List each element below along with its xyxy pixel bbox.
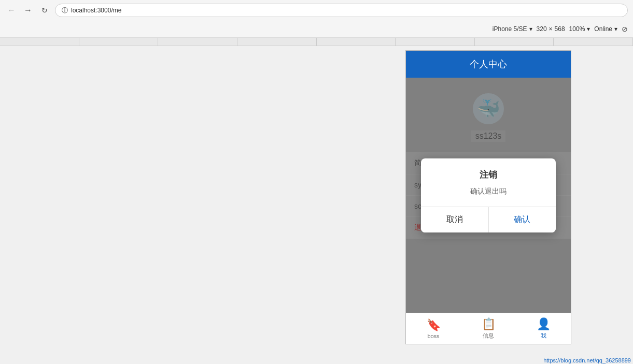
forward-button[interactable]: → [22,4,34,17]
zoom-selector[interactable]: 100% ▾ [569,25,590,33]
browser-toolbar: ← → ↻ ⓘ localhost:3000/me [0,0,633,21]
bar-segment-6 [396,38,475,46]
me-icon: 👤 [537,317,551,331]
modal-message: 确认退出吗 [421,185,556,207]
bar-segment-4 [237,38,317,46]
zoom-label: 100% [569,25,585,33]
devtools-bar: iPhone 5/SE ▾ 320 × 568 100% ▾ Online ▾ … [0,21,633,37]
bottom-nav: 🔖 boss 📋 信息 👤 我 [406,313,571,344]
bar-segment-8 [554,38,633,46]
app-header: 个人中心 [406,51,571,78]
modal-actions: 取消 确认 [421,207,556,232]
bar-segment-5 [317,38,396,46]
devtools-settings-button[interactable]: ⊘ [622,25,628,33]
info-icon: 📋 [482,317,496,331]
page-body: 个人中心 🐳 ss123s 简介 sy sc 退 注销 [0,46,633,364]
zoom-dropdown-icon: ▾ [587,25,590,33]
boss-icon: 🔖 [427,318,441,332]
mobile-frame: 个人中心 🐳 ss123s 简介 sy sc 退 注销 [405,50,571,344]
url-text: localhost:3000/me [71,7,121,14]
bar-segment-7 [475,38,554,46]
network-label: Online [594,25,612,33]
network-dropdown-icon: ▾ [614,25,617,33]
browser-chrome: ← → ↻ ⓘ localhost:3000/me iPhone 5/SE ▾ … [0,0,633,38]
height-value: 568 [555,25,565,33]
info-label: 信息 [483,332,494,340]
header-title: 个人中心 [470,59,507,69]
device-dropdown-icon: ▾ [529,25,532,33]
cross-symbol: × [549,25,553,33]
nav-item-info[interactable]: 📋 信息 [482,317,496,340]
device-selector[interactable]: iPhone 5/SE ▾ [493,25,532,33]
modal-title: 注销 [421,158,556,185]
network-selector[interactable]: Online ▾ [594,25,617,33]
bar-segment-2 [79,38,159,46]
bar-segment-3 [158,38,237,46]
modal-confirm-button[interactable]: 确认 [489,207,556,232]
responsive-bar [0,38,633,46]
width-value: 320 [537,25,547,33]
app-content: 🐳 ss123s 简介 sy sc 退 注销 确认退出吗 取消 [406,78,571,313]
refresh-button[interactable]: ↻ [38,4,51,17]
lock-icon: ⓘ [62,6,68,15]
dimensions-display: 320 × 568 [537,25,565,33]
address-bar[interactable]: ⓘ localhost:3000/me [55,4,628,17]
device-label: iPhone 5/SE [493,25,527,33]
boss-label: boss [427,333,439,339]
nav-item-me[interactable]: 👤 我 [537,317,551,340]
modal-cancel-button[interactable]: 取消 [421,207,489,232]
modal-overlay: 注销 确认退出吗 取消 确认 [406,78,571,313]
back-button[interactable]: ← [5,4,18,17]
footer-link: https://blog.csdn.net/qq_36258899 [543,357,631,363]
bar-segment-1 [0,38,79,46]
me-label: 我 [541,332,546,340]
modal-box: 注销 确认退出吗 取消 确认 [421,158,556,232]
nav-item-boss[interactable]: 🔖 boss [427,318,441,339]
